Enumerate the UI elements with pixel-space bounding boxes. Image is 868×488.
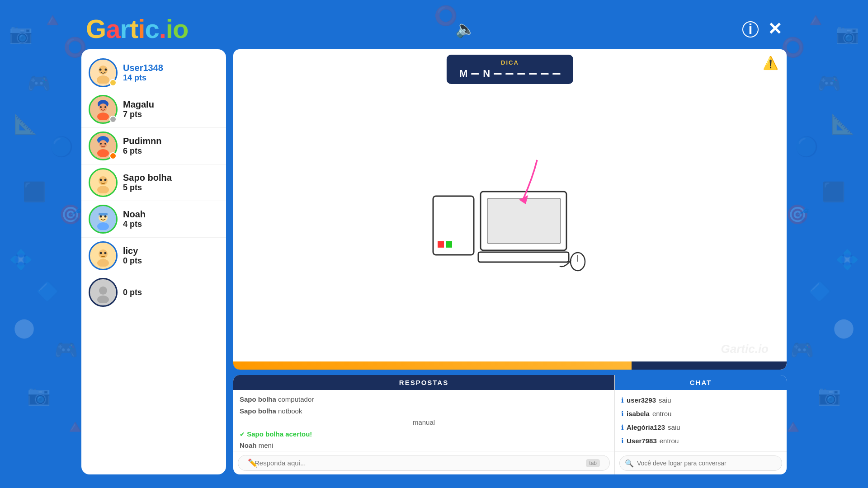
list-item: Noah meni	[240, 440, 608, 451]
player-pts: 5 pts	[123, 183, 219, 192]
player-info: licy 0 pts	[123, 246, 219, 266]
svg-rect-41	[478, 252, 569, 262]
svg-point-32	[104, 252, 107, 254]
svg-point-31	[100, 252, 102, 254]
player-item: licy 0 pts	[81, 238, 226, 274]
svg-point-21	[104, 179, 107, 181]
player-name: Pudimnn	[123, 136, 219, 146]
logo-g: G	[86, 14, 106, 43]
svg-rect-38	[446, 241, 452, 248]
player-dot	[109, 152, 117, 160]
logo-io: i	[166, 14, 173, 43]
logo-t: t	[130, 14, 138, 43]
hint-blank	[505, 73, 514, 75]
player-item: ✔ Sapo bolha 5	[81, 164, 226, 201]
svg-point-9	[100, 106, 102, 108]
list-item: ✔ Sapo bolha acertou!	[240, 428, 608, 440]
pencil-icon: ✏️	[248, 458, 258, 468]
list-item: manual	[240, 417, 608, 428]
respostas-input-inner: ✏️ tab	[238, 455, 610, 471]
svg-rect-24	[99, 213, 108, 216]
player-avatar-wrap	[89, 168, 118, 197]
answer-text: meni	[259, 441, 274, 449]
close-button[interactable]: ✕	[768, 19, 782, 39]
svg-point-26	[100, 216, 102, 218]
svg-rect-40	[487, 198, 561, 244]
avatar	[89, 168, 118, 197]
chat-username: isabela	[627, 407, 650, 421]
player-pts: 14 pts	[123, 73, 219, 83]
list-item: Sapo bolha notbook	[240, 405, 608, 417]
svg-rect-37	[438, 241, 444, 248]
hint-blank	[529, 73, 537, 75]
hint-blank	[471, 73, 479, 75]
info-icon: i	[742, 21, 759, 38]
logo-io2: o	[173, 14, 188, 43]
svg-point-16	[104, 143, 106, 145]
answer-text: manual	[413, 418, 435, 426]
svg-point-3	[99, 69, 102, 71]
username: Sapo bolha	[240, 395, 276, 403]
chat-action: saiu	[668, 421, 680, 434]
logo-dot: .	[159, 14, 166, 43]
header: Gartic.io 🔈 i ✕	[81, 14, 787, 44]
avatar	[89, 278, 118, 307]
volume-button[interactable]: 🔈	[455, 19, 476, 38]
logo-c: c	[145, 14, 159, 43]
player-pts: 0 pts	[123, 288, 219, 297]
chat-tab: CHAT	[615, 375, 787, 390]
list-item: ℹ User7983 entrou	[621, 434, 780, 448]
player-dot	[109, 79, 117, 86]
player-avatar-wrap	[89, 205, 118, 234]
username: Sapo bolha	[247, 430, 283, 438]
avatar	[89, 241, 118, 270]
watermark: Gartic.io	[721, 342, 769, 356]
hint-letter-n: N	[483, 68, 490, 80]
player-item: ✔	[81, 128, 226, 164]
player-pts: 6 pts	[123, 146, 219, 156]
close-icon: ✕	[768, 19, 782, 38]
chat-content: ℹ user3293 saiu ℹ isabela entrou ℹ Alegó…	[615, 390, 787, 451]
player-avatar-wrap	[89, 95, 118, 124]
search-icon: 🔍	[625, 459, 634, 468]
chat-input-wrap: 🔍	[615, 451, 787, 474]
svg-point-29	[99, 249, 108, 258]
player-info: 0 pts	[123, 288, 219, 297]
svg-point-15	[100, 143, 102, 145]
username: Noah	[240, 441, 257, 449]
drawing-area: DICA M N ⚠️	[233, 49, 787, 370]
player-avatar-wrap	[89, 278, 118, 307]
respostas-input[interactable]	[238, 455, 610, 471]
player-info: Sapo bolha 5 pts	[123, 173, 219, 192]
list-item: ℹ isabela entrou	[621, 407, 780, 421]
chat-username: user3293	[627, 394, 656, 407]
logo-r: r	[120, 14, 130, 43]
logo: Gartic.io	[86, 14, 188, 44]
player-dot	[109, 116, 117, 123]
player-item: 0 pts	[81, 274, 226, 310]
username: Sapo bolha	[240, 407, 276, 415]
hint-blank	[541, 73, 549, 75]
player-avatar-wrap	[89, 58, 118, 87]
svg-point-4	[105, 69, 107, 71]
player-item: ✔ Noah	[81, 201, 226, 238]
player-name: licy	[123, 246, 219, 256]
progress-bar	[233, 361, 787, 370]
player-pts: 0 pts	[123, 256, 219, 266]
player-item: ✔	[81, 91, 226, 128]
player-name: Noah	[123, 209, 219, 220]
player-info: User1348 14 pts	[123, 63, 219, 83]
respostas-tab: RESPOSTAS	[233, 375, 614, 390]
player-pts: 7 pts	[123, 110, 219, 119]
progress-bar-fill	[233, 361, 632, 370]
avatar	[89, 205, 118, 234]
logo-i: i	[138, 14, 145, 43]
player-name: User1348	[123, 63, 219, 73]
hint-blank	[517, 73, 525, 75]
header-center: 🔈	[455, 19, 476, 38]
chat-action: saiu	[659, 394, 671, 407]
svg-point-20	[100, 179, 102, 181]
player-item: ✏️ User1348	[81, 55, 226, 91]
chat-input[interactable]	[619, 455, 782, 471]
info-button[interactable]: i	[742, 20, 759, 38]
